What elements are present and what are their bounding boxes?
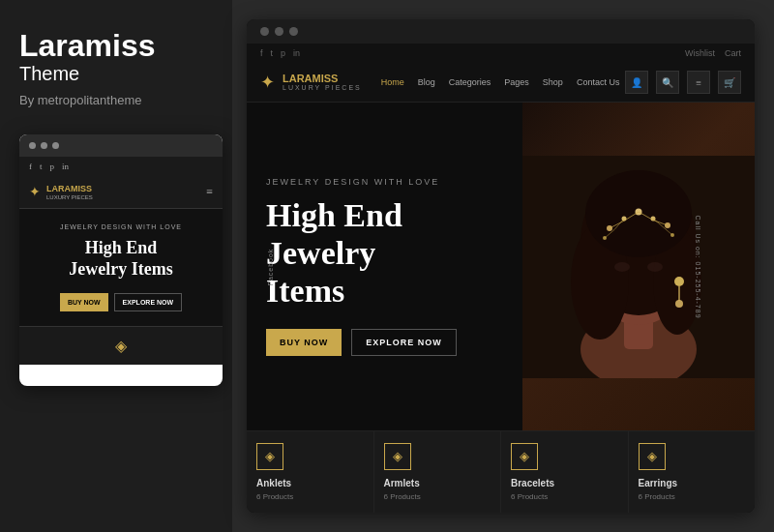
mobile-logo-icon: ✦	[29, 184, 41, 200]
desktop-nav-actions: 👤 🔍 ≡ 🛒	[625, 71, 741, 94]
desktop-preview: f t p in Wishlist Cart ✦ LARAMISS LUXURY…	[247, 19, 755, 513]
mobile-logo-sub: LUXURY PIECES	[46, 194, 93, 200]
mobile-top-bar	[19, 134, 223, 157]
right-panel: f t p in Wishlist Cart ✦ LARAMISS LUXURY…	[232, 0, 774, 532]
category-armlets[interactable]: ◈ Armlets 6 Products	[374, 431, 502, 513]
mobile-buttons: BUY NOW EXPLORE NOW	[31, 293, 211, 311]
armlets-icon: ◈	[393, 449, 402, 464]
desktop-logo: ✦ LARAMISS LUXURY PIECES	[260, 72, 362, 93]
anklets-icon: ◈	[265, 449, 275, 464]
desktop-buy-now-button[interactable]: BUY NOW	[266, 329, 342, 356]
mobile-hero-subtitle: JEWELRY DESIGN WITH LOVE	[31, 223, 211, 230]
account-button[interactable]: 👤	[625, 71, 648, 94]
pinterest-icon: p	[50, 162, 55, 171]
desktop-dot-3	[289, 27, 298, 36]
mobile-dot-2	[41, 142, 47, 149]
earrings-icon: ◈	[647, 449, 657, 464]
earrings-name: Earrings	[639, 478, 678, 488]
desktop-social-icons: f t p in	[260, 48, 300, 58]
earrings-icon-wrapper: ◈	[639, 443, 666, 470]
desktop-twitter-icon[interactable]: t	[271, 48, 274, 58]
mobile-hero-title: High EndJewelry Items	[31, 238, 211, 280]
desktop-logo-sub: LUXURY PIECES	[283, 84, 362, 91]
anklets-name: Anklets	[256, 478, 291, 488]
mobile-preview: f t p in ✦ LARAMISS LUXURY PIECES ≡ JEWE…	[19, 134, 223, 386]
desktop-explore-button[interactable]: EXPLORE NOW	[351, 329, 457, 356]
desktop-nav-links: Home Blog Categories Pages Shop Contact …	[381, 77, 625, 87]
nav-shop[interactable]: Shop	[543, 77, 563, 87]
category-bracelets[interactable]: ◈ Bracelets 6 Products	[501, 431, 629, 513]
svg-point-8	[614, 262, 630, 272]
desktop-hero-subtitle: JEWELRY DESIGN WITH LOVE	[266, 177, 503, 187]
desktop-hero-title: High EndJewelryItems	[266, 196, 503, 310]
desktop-logo-icon: ✦	[260, 72, 275, 93]
mobile-logo: ✦ LARAMISS LUXURY PIECES	[29, 184, 93, 200]
mobile-buy-now-button[interactable]: BUY NOW	[60, 293, 108, 311]
anklets-count: 6 Products	[256, 492, 293, 501]
mobile-dot-3	[52, 142, 59, 149]
desktop-dot-2	[275, 27, 283, 36]
anklets-icon-wrapper: ◈	[256, 443, 283, 470]
nav-blog[interactable]: Blog	[418, 77, 435, 87]
desktop-pinterest-icon[interactable]: p	[281, 48, 285, 58]
category-anklets[interactable]: ◈ Anklets 6 Products	[247, 431, 374, 513]
desktop-categories: ◈ Anklets 6 Products ◈ Armlets 6 Product…	[247, 430, 755, 513]
mobile-explore-button[interactable]: EXPLORE NOW	[114, 293, 183, 311]
desktop-linkedin-icon[interactable]: in	[293, 48, 300, 58]
mobile-hero: JEWELRY DESIGN WITH LOVE High EndJewelry…	[19, 209, 223, 326]
bracelets-count: 6 Products	[511, 492, 548, 501]
desktop-top-bar	[247, 19, 755, 44]
category-earrings[interactable]: ◈ Earrings 6 Products	[629, 431, 756, 513]
brand-by: By metropolitantheme	[19, 93, 213, 107]
hero-woman-svg	[522, 156, 755, 378]
menu-button[interactable]: ≡	[687, 71, 710, 94]
bracelets-name: Bracelets	[511, 478, 554, 488]
desktop-social-strip: f t p in Wishlist Cart	[247, 44, 755, 63]
brand-subtitle: Theme	[19, 63, 213, 85]
nav-categories[interactable]: Categories	[449, 77, 491, 87]
wishlist-link[interactable]: Wishlist	[685, 48, 715, 58]
bracelets-icon: ◈	[520, 449, 529, 464]
mobile-nav: ✦ LARAMISS LUXURY PIECES ≡	[19, 176, 223, 209]
search-button[interactable]: 🔍	[656, 71, 679, 94]
nav-pages[interactable]: Pages	[504, 77, 529, 87]
side-social-text: Facebook	[267, 248, 274, 285]
facebook-icon: f	[29, 162, 32, 171]
desktop-hero-buttons: BUY NOW EXPLORE NOW	[266, 329, 503, 356]
hamburger-icon[interactable]: ≡	[206, 185, 213, 199]
desktop-top-right-links: Wishlist Cart	[685, 48, 741, 58]
cart-button[interactable]: 🛒	[718, 71, 741, 94]
hero-image-placeholder	[522, 103, 755, 430]
desktop-hero: Facebook JEWELRY DESIGN WITH LOVE High E…	[247, 103, 755, 430]
linkedin-icon: in	[62, 162, 69, 171]
desktop-hero-image: Call Us on: 015-255-4-789	[522, 103, 755, 430]
mobile-logo-text: LARAMISS	[46, 185, 93, 194]
bracelets-icon-wrapper: ◈	[511, 443, 538, 470]
desktop-dot-1	[260, 27, 269, 36]
mobile-social-bar: f t p in	[19, 157, 223, 176]
svg-point-17	[674, 277, 684, 286]
desktop-nav: ✦ LARAMISS LUXURY PIECES Home Blog Categ…	[247, 63, 755, 103]
armlets-name: Armlets	[384, 478, 420, 488]
armlets-count: 6 Products	[384, 492, 421, 501]
desktop-facebook-icon[interactable]: f	[260, 48, 263, 58]
desktop-hero-content: Facebook JEWELRY DESIGN WITH LOVE High E…	[247, 103, 522, 430]
mobile-category-icon: ◈	[115, 337, 127, 355]
svg-point-19	[675, 300, 683, 308]
desktop-logo-text: LARAMISS	[283, 74, 362, 84]
twitter-icon: t	[40, 162, 43, 171]
left-panel: Laramiss Theme By metropolitantheme f t …	[0, 0, 232, 532]
mobile-category-bottom: ◈	[19, 326, 223, 365]
earrings-count: 6 Products	[639, 492, 675, 501]
nav-contact[interactable]: Contact Us	[577, 77, 620, 87]
mobile-dot-1	[29, 142, 36, 149]
nav-home[interactable]: Home	[381, 77, 404, 87]
brand-title: Laramiss	[19, 29, 213, 63]
cart-link[interactable]: Cart	[725, 48, 741, 58]
armlets-icon-wrapper: ◈	[384, 443, 411, 470]
svg-point-9	[647, 262, 663, 272]
vertical-call-text: Call Us on: 015-255-4-789	[695, 215, 701, 318]
